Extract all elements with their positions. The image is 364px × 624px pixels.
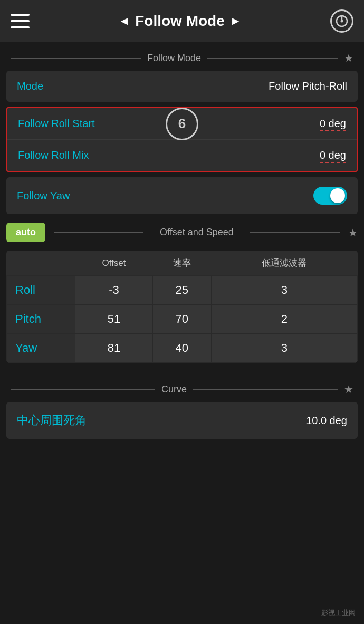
divider-line-left [11,58,141,59]
oas-auto-row: auto Offset and Speed ★ [6,223,358,242]
divider-line-oas [54,232,143,233]
profile-icon[interactable] [330,9,353,33]
oas-col-offset: Offset [75,251,153,276]
circle-badge-6: 6 [166,108,198,140]
table-row: Yaw 81 40 3 [7,334,358,363]
oas-col-filter: 低通滤波器 [211,251,357,276]
header-title-area: ◄ Follow Mode ► [118,13,241,30]
mode-label: Mode [17,80,43,92]
roll-speed[interactable]: 25 [152,276,211,305]
curve-star[interactable]: ★ [344,383,353,396]
yaw-filter[interactable]: 3 [211,334,357,363]
table-row: Pitch 51 70 2 [7,305,358,334]
curve-section: Curve ★ [0,373,364,402]
page-title: Follow Mode [135,13,225,30]
auto-button[interactable]: auto [6,223,45,242]
follow-yaw-label: Follow Yaw [17,190,70,202]
curve-divider: Curve ★ [0,373,364,402]
pitch-filter[interactable]: 2 [211,305,357,334]
follow-roll-mix-value[interactable]: 0 deg [320,149,346,163]
follow-roll-mix-label: Follow Roll Mix [18,149,89,161]
pitch-offset[interactable]: 51 [75,305,153,334]
menu-icon[interactable] [11,14,30,28]
svg-point-2 [341,20,343,23]
oas-section: Offset 速率 低通滤波器 Roll -3 25 3 Pitch 51 70… [6,251,358,363]
row-label-pitch: Pitch [7,305,75,334]
section-label-follow-mode: Follow Mode [147,53,201,64]
follow-roll-start-value-area: 0 deg [320,118,346,130]
curve-label: Curve [161,384,187,395]
oas-col-empty [7,251,75,276]
watermark: 影视工业网 [321,608,356,618]
follow-yaw-toggle[interactable] [313,187,347,205]
yaw-speed[interactable]: 40 [152,334,211,363]
arrow-left-icon[interactable]: ◄ [118,14,130,28]
curve-line-left [11,389,155,390]
follow-roll-mix-value-area: 0 deg [320,149,346,161]
row-label-yaw: Yaw [7,334,75,363]
curve-line-right [193,389,338,390]
red-section-inner: Follow Roll Start 6 0 deg Follow Roll Mi… [6,107,358,172]
table-row: Roll -3 25 3 [7,276,358,305]
oas-star[interactable]: ★ [348,226,358,239]
divider-line-oas2 [250,232,340,233]
mode-row: Mode Follow Pitch-Roll [6,71,358,102]
toggle-thumb [330,188,345,203]
follow-roll-start-value[interactable]: 0 deg [320,118,346,131]
follow-yaw-row: Follow Yaw [6,177,358,214]
section-star[interactable]: ★ [344,52,353,64]
oas-title: Offset and Speed [152,227,242,238]
pitch-speed[interactable]: 70 [152,305,211,334]
follow-mode-divider: Follow Mode ★ [0,42,364,71]
follow-roll-mix-row: Follow Roll Mix 0 deg [7,140,357,171]
mode-value[interactable]: Follow Pitch-Roll [269,80,347,92]
bottom-value[interactable]: 10.0 deg [306,415,347,427]
follow-roll-start-label: Follow Roll Start [18,118,95,130]
roll-filter[interactable]: 3 [211,276,357,305]
bottom-row: 中心周围死角 10.0 deg [6,402,358,439]
arrow-right-icon[interactable]: ► [230,14,242,28]
divider-line-right [207,58,338,59]
bottom-label: 中心周围死角 [17,412,87,428]
header: ◄ Follow Mode ► [0,0,364,42]
oas-table: Offset 速率 低通滤波器 Roll -3 25 3 Pitch 51 70… [6,251,358,363]
oas-col-speed: 速率 [152,251,211,276]
yaw-offset[interactable]: 81 [75,334,153,363]
red-section: Follow Roll Start 6 0 deg Follow Roll Mi… [6,107,358,172]
follow-roll-start-row: Follow Roll Start 6 0 deg [7,108,357,140]
row-label-roll: Roll [7,276,75,305]
roll-offset[interactable]: -3 [75,276,153,305]
